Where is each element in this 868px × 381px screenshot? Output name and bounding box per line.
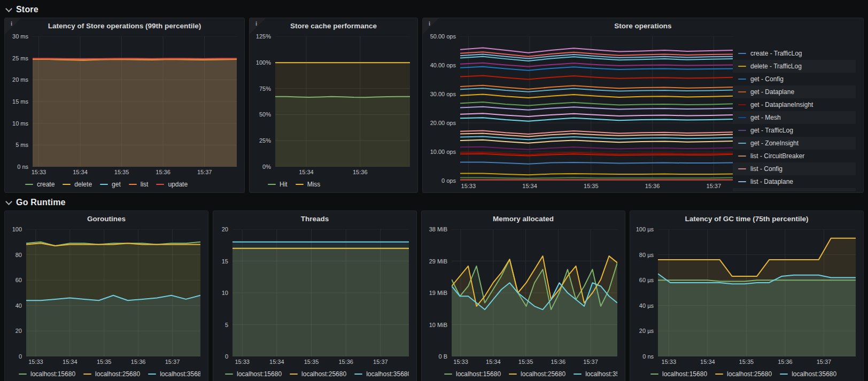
- legend-item[interactable]: Hit: [268, 181, 288, 188]
- legend-label[interactable]: get - Mesh: [750, 114, 781, 121]
- plot-area[interactable]: [452, 229, 617, 356]
- legend-label[interactable]: delete: [74, 181, 92, 188]
- legend-label[interactable]: get: [112, 181, 121, 188]
- legend-label[interactable]: delete - TrafficLog: [750, 63, 802, 70]
- legend-label[interactable]: list - Config: [750, 165, 782, 173]
- legend-label[interactable]: localhost:25680: [95, 370, 140, 378]
- plot-area[interactable]: [658, 229, 856, 356]
- legend-item[interactable]: delete: [63, 181, 92, 188]
- legend-item[interactable]: update: [156, 181, 188, 188]
- plot-area[interactable]: [232, 229, 409, 356]
- legend-item[interactable]: localhost:35680: [354, 370, 409, 378]
- legend-label[interactable]: localhost:35680: [366, 370, 409, 378]
- legend-item[interactable]: create: [25, 181, 55, 188]
- legend-label[interactable]: list: [141, 181, 149, 188]
- legend-item[interactable]: localhost:25680: [290, 370, 346, 378]
- legend-label[interactable]: update: [168, 181, 188, 188]
- y-tick-label: 15: [222, 258, 228, 265]
- legend-label[interactable]: localhost:15680: [237, 370, 282, 378]
- legend-label[interactable]: get - TrafficLog: [750, 127, 793, 134]
- legend-color-swatch: [738, 130, 746, 131]
- plot-area[interactable]: [33, 36, 237, 167]
- legend-label[interactable]: Hit: [280, 181, 288, 188]
- legend-label[interactable]: list - CircuitBreaker: [750, 152, 804, 160]
- legend-label[interactable]: localhost:35680: [792, 370, 836, 378]
- legend-label[interactable]: list - Dataplane: [750, 178, 793, 185]
- chart-memory-allocated[interactable]: 0 B10 MiB19 MiB29 MiB38 MiB15:3315:3415:…: [422, 226, 625, 381]
- legend-label[interactable]: localhost:35680: [585, 370, 617, 378]
- panel-title[interactable]: Store operations: [423, 18, 863, 33]
- chart-body: 0 ops10.00 ops20.00 ops30.00 ops40.00 op…: [426, 36, 733, 181]
- panel-title[interactable]: Memory allocated: [422, 211, 625, 226]
- legend-label[interactable]: get - ZoneInsight: [750, 139, 799, 147]
- plot-area[interactable]: [275, 36, 410, 167]
- legend-row[interactable]: create - TrafficLog: [733, 47, 856, 60]
- y-tick-label: 100: [12, 226, 22, 232]
- section-header-store[interactable]: Store: [0, 0, 868, 18]
- legend-row[interactable]: get - Dataplane: [733, 85, 856, 98]
- legend-label[interactable]: get - Config: [750, 75, 784, 83]
- chart-threads[interactable]: 0510152015:3315:3415:3515:3615:37localho…: [213, 226, 416, 381]
- legend-item[interactable]: get: [100, 181, 121, 188]
- legend: localhost:15680localhost:25680localhost:…: [8, 367, 200, 381]
- panel-title[interactable]: Latency of GC time (75th percentile): [630, 211, 863, 226]
- legend: localhost:15680localhost:25680localhost:…: [633, 367, 856, 381]
- chart-store-operations[interactable]: 0 ops10.00 ops20.00 ops30.00 ops40.00 op…: [423, 33, 863, 192]
- panel-latency-store-operations: i Latency of Store operations (99th perc…: [4, 18, 245, 193]
- panel-title[interactable]: Store cache performance: [250, 18, 417, 33]
- legend-label[interactable]: create: [37, 181, 55, 188]
- section-header-go-runtime[interactable]: Go Runtime: [0, 193, 868, 211]
- legend-label[interactable]: Miss: [307, 181, 321, 188]
- y-tick-label: 100 µs: [636, 226, 654, 232]
- x-tick-label: 15:34: [73, 169, 88, 175]
- legend-item[interactable]: Miss: [296, 181, 321, 188]
- legend-row-partial: [733, 188, 856, 191]
- legend-row[interactable]: get - Config: [733, 73, 856, 85]
- legend-item[interactable]: localhost:35680: [780, 370, 836, 378]
- legend-row[interactable]: get - DataplaneInsight: [733, 98, 856, 111]
- y-tick-label: 20: [15, 328, 22, 334]
- y-tick-label: 40: [15, 302, 22, 309]
- legend-item[interactable]: localhost:15680: [225, 370, 282, 378]
- legend-row[interactable]: list - CircuitBreaker: [733, 150, 856, 162]
- panel-title[interactable]: Latency of Store operations (99th percen…: [5, 18, 244, 33]
- legend-row[interactable]: get - TrafficLog: [733, 124, 856, 137]
- panel-title[interactable]: Threads: [213, 211, 416, 226]
- legend-label[interactable]: localhost:15680: [456, 370, 501, 378]
- chart-goroutines[interactable]: 02040608010015:3315:3415:3515:3615:37loc…: [5, 226, 208, 381]
- plot-area[interactable]: [460, 36, 733, 181]
- legend-item[interactable]: localhost:15680: [650, 370, 707, 378]
- panel-title[interactable]: Goroutines: [5, 211, 208, 226]
- legend-label[interactable]: localhost:35680: [160, 370, 200, 378]
- legend-color-swatch: [148, 374, 156, 375]
- y-tick-label: 100%: [256, 59, 271, 66]
- legend-label[interactable]: localhost:25680: [727, 370, 772, 378]
- legend-item[interactable]: localhost:15680: [444, 370, 501, 378]
- legend-label[interactable]: localhost:25680: [301, 370, 346, 378]
- legend-item[interactable]: localhost:35680: [574, 370, 617, 378]
- legend-item[interactable]: list: [129, 181, 149, 188]
- legend-item[interactable]: localhost:15680: [19, 370, 75, 378]
- plot-area[interactable]: [26, 229, 200, 356]
- legend-label[interactable]: localhost:15680: [662, 370, 707, 378]
- chart-gc-latency[interactable]: 0 ns20 µs40 µs60 µs80 µs100 µs15:3315:34…: [630, 226, 863, 381]
- legend-item[interactable]: localhost:25680: [83, 370, 140, 378]
- legend-label[interactable]: get - DataplaneInsight: [750, 101, 813, 108]
- legend-label[interactable]: localhost:15680: [30, 370, 75, 378]
- legend-row[interactable]: list - Dataplane: [733, 175, 856, 188]
- chart-store-cache-performance[interactable]: 0%25%50%75%100%125%15:3415:36HitMiss: [250, 33, 417, 192]
- legend-row[interactable]: delete - TrafficLog: [733, 60, 856, 73]
- legend-row[interactable]: get - ZoneInsight: [733, 137, 856, 150]
- y-tick-label: 50.00 ops: [430, 33, 456, 40]
- legend-item[interactable]: localhost:25680: [509, 370, 565, 378]
- legend-row[interactable]: get - Mesh: [733, 111, 856, 124]
- legend-label[interactable]: localhost:25680: [521, 370, 565, 378]
- legend-item[interactable]: localhost:35680: [148, 370, 200, 378]
- legend-item[interactable]: localhost:25680: [715, 370, 772, 378]
- legend-label[interactable]: create - TrafficLog: [750, 50, 802, 57]
- legend-label[interactable]: get - Dataplane: [750, 88, 794, 96]
- chart-latency-store-operations[interactable]: 0 ns5 ms10 ms15 ms20 ms25 ms30 ms15:3315…: [5, 33, 244, 192]
- legend-row[interactable]: list - Config: [733, 162, 856, 175]
- legend-color-swatch: [780, 374, 788, 375]
- section-title-go-runtime: Go Runtime: [16, 198, 66, 207]
